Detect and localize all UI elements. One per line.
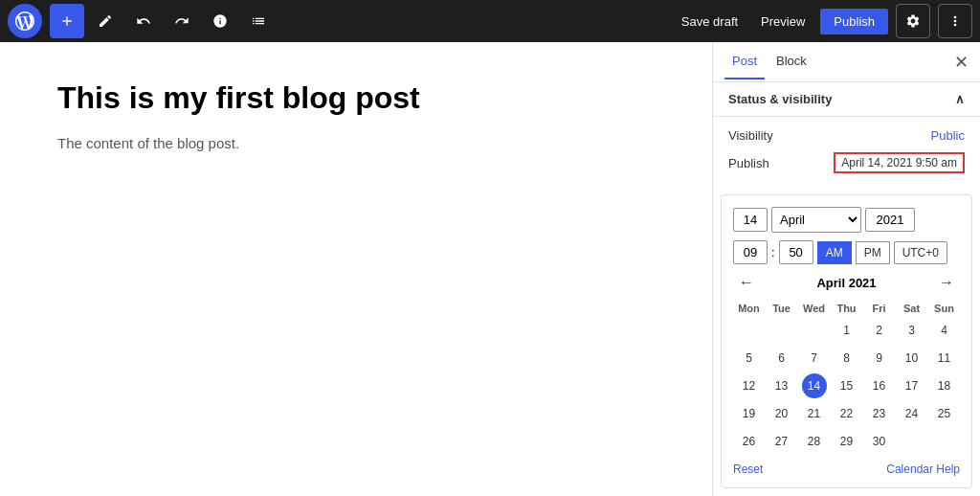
calendar-day[interactable]: 1 — [835, 318, 859, 343]
time-inputs: : AM PM UTC+0 — [733, 240, 960, 264]
calendar-day-empty — [737, 318, 762, 343]
calendar-day-empty — [932, 429, 957, 454]
date-inputs: April JanuaryFebruaryMarch MayJuneJuly A… — [733, 207, 960, 233]
utc-button[interactable]: UTC+0 — [894, 241, 947, 264]
post-title[interactable]: This is my first blog post — [57, 80, 655, 116]
tab-block[interactable]: Block — [768, 44, 814, 79]
am-button[interactable]: AM — [817, 241, 852, 264]
prev-month-button[interactable]: ← — [733, 272, 760, 293]
publish-value[interactable]: April 14, 2021 9:50 am — [834, 152, 965, 173]
visibility-label: Visibility — [728, 128, 773, 143]
calendar-day[interactable]: 25 — [932, 401, 957, 426]
calendar-day[interactable]: 29 — [835, 429, 859, 454]
day-header: Wed — [798, 301, 830, 316]
calendar-day[interactable]: 9 — [867, 346, 892, 371]
calendar-day[interactable]: 5 — [737, 346, 762, 371]
edit-button[interactable] — [88, 4, 122, 38]
reset-button[interactable]: Reset — [733, 462, 763, 476]
calendar-day-empty — [802, 318, 827, 343]
calendar-day[interactable]: 24 — [900, 401, 924, 426]
calendar-day[interactable]: 16 — [867, 373, 892, 398]
next-month-button[interactable]: → — [933, 272, 960, 293]
visibility-row: Visibility Public — [728, 128, 965, 143]
calendar-day[interactable]: 28 — [802, 429, 827, 454]
section-content: Visibility Public Publish April 14, 2021… — [713, 117, 980, 194]
month-select[interactable]: April JanuaryFebruaryMarch MayJuneJuly A… — [771, 207, 861, 233]
calendar-day[interactable]: 11 — [932, 346, 957, 371]
section-title: Status & visibility — [728, 92, 832, 106]
editor-area: This is my first blog post The content o… — [0, 42, 712, 496]
calendar-day[interactable]: 13 — [769, 373, 794, 398]
collapse-icon: ∧ — [955, 92, 965, 106]
toolbar: Save draft Preview Publish — [0, 0, 980, 42]
calendar: ← April 2021 → MonTueWedThuFriSatSun1234… — [733, 272, 960, 476]
redo-button[interactable] — [165, 4, 199, 38]
wp-logo — [8, 4, 42, 38]
publish-row: Publish April 14, 2021 9:50 am — [728, 152, 965, 173]
pm-button[interactable]: PM — [856, 241, 890, 264]
day-header: Fri — [863, 301, 895, 316]
publish-label: Publish — [728, 156, 769, 170]
calendar-footer: Reset Calendar Help — [733, 455, 960, 476]
calendar-day[interactable]: 21 — [802, 401, 827, 426]
calendar-day[interactable]: 22 — [835, 401, 859, 426]
info-button[interactable] — [203, 4, 237, 38]
calendar-day[interactable]: 19 — [737, 401, 762, 426]
post-content[interactable]: The content of the blog post. — [57, 135, 655, 151]
calendar-day[interactable]: 7 — [802, 346, 827, 371]
list-view-button[interactable] — [241, 4, 276, 38]
settings-button[interactable] — [896, 4, 930, 38]
calendar-help-button[interactable]: Calendar Help — [886, 462, 960, 476]
hour-input[interactable] — [733, 240, 768, 264]
visibility-value[interactable]: Public — [931, 128, 965, 143]
calendar-day[interactable]: 4 — [932, 318, 957, 343]
minute-input[interactable] — [779, 240, 813, 264]
calendar-day[interactable]: 27 — [769, 429, 794, 454]
sidebar-close-button[interactable]: ✕ — [954, 52, 969, 73]
calendar-day[interactable]: 10 — [900, 346, 924, 371]
calendar-day[interactable]: 30 — [867, 429, 892, 454]
calendar-day[interactable]: 2 — [867, 318, 892, 343]
calendar-grid: MonTueWedThuFriSatSun1234567891011121314… — [733, 301, 960, 455]
calendar-day[interactable]: 20 — [769, 401, 794, 426]
calendar-day[interactable]: 26 — [737, 429, 762, 454]
calendar-day-empty — [900, 429, 924, 454]
status-visibility-header[interactable]: Status & visibility ∧ — [713, 82, 980, 117]
calendar-day[interactable]: 8 — [835, 346, 859, 371]
more-options-button[interactable] — [938, 4, 972, 38]
day-input[interactable] — [733, 208, 768, 232]
day-header: Sat — [896, 301, 927, 316]
day-header: Thu — [831, 301, 862, 316]
calendar-day[interactable]: 3 — [900, 318, 924, 343]
calendar-day[interactable]: 14 — [802, 373, 827, 398]
calendar-title: April 2021 — [816, 276, 876, 290]
calendar-day-empty — [769, 318, 794, 343]
calendar-header: ← April 2021 → — [733, 272, 960, 293]
day-header: Tue — [766, 301, 797, 316]
publish-button[interactable]: Publish — [820, 9, 888, 34]
calendar-day[interactable]: 12 — [737, 373, 762, 398]
date-picker: April JanuaryFebruaryMarch MayJuneJuly A… — [721, 194, 972, 488]
sidebar-tabs: Post Block ✕ — [713, 42, 980, 82]
calendar-day[interactable]: 6 — [769, 346, 794, 371]
day-header: Mon — [733, 301, 765, 316]
calendar-day[interactable]: 17 — [900, 373, 924, 398]
year-input[interactable] — [865, 208, 915, 232]
add-block-button[interactable] — [50, 4, 84, 38]
save-draft-button[interactable]: Save draft — [674, 11, 746, 33]
calendar-day[interactable]: 23 — [867, 401, 892, 426]
sidebar: Post Block ✕ Status & visibility ∧ Visib… — [712, 42, 980, 496]
toolbar-right: Save draft Preview Publish — [674, 4, 972, 38]
day-header: Sun — [928, 301, 960, 316]
calendar-day[interactable]: 18 — [932, 373, 957, 398]
calendar-day[interactable]: 15 — [835, 373, 859, 398]
preview-button[interactable]: Preview — [753, 11, 813, 33]
tab-post[interactable]: Post — [724, 44, 765, 79]
time-separator: : — [771, 245, 775, 259]
undo-button[interactable] — [126, 4, 161, 38]
main-area: This is my first blog post The content o… — [0, 42, 980, 496]
